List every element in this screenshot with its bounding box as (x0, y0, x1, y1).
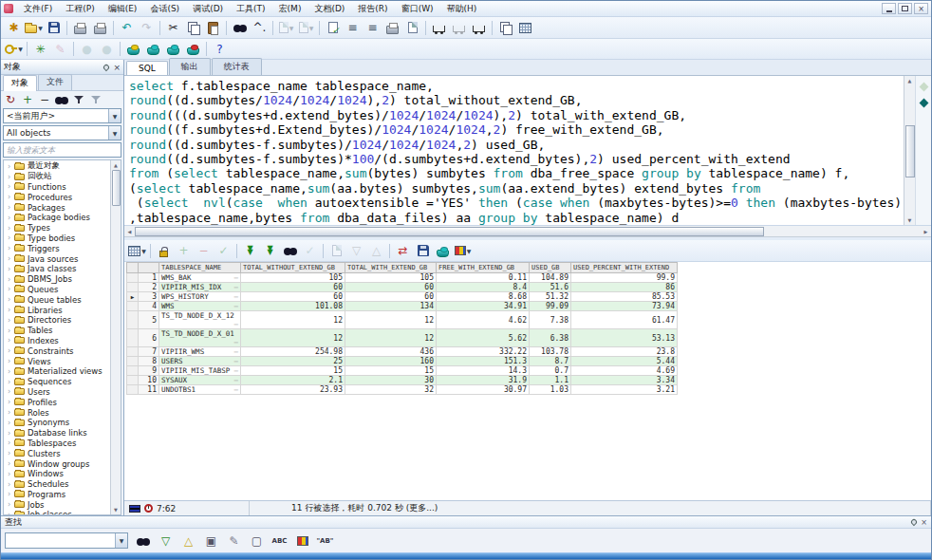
sidebar-item-clusters[interactable]: ›Clusters (4, 448, 110, 458)
chevron-down-icon[interactable]: ▼ (108, 126, 121, 140)
fetch-next-page-icon[interactable]: ▼▼ (240, 242, 260, 260)
configure-icon[interactable]: ✳ (30, 40, 50, 58)
report-format-icon[interactable]: ▼ (453, 242, 473, 260)
cell-overflow-icon[interactable]: – (233, 273, 238, 282)
redo-icon[interactable]: ↷ (137, 19, 157, 37)
sidebar-item-queue-tables[interactable]: ›Queue tables (4, 294, 110, 305)
scroll-down-icon[interactable]: ▼ (908, 215, 912, 225)
sort-ascending-icon[interactable]: △ (366, 242, 386, 260)
expand-chevron-icon[interactable]: › (8, 316, 14, 325)
sidebar-tab-files[interactable]: 文件 (38, 74, 72, 90)
expand-chevron-icon[interactable]: › (8, 439, 14, 447)
paste-icon[interactable] (203, 19, 223, 37)
cell-value[interactable]: 12 (345, 311, 437, 329)
undo-icon[interactable]: ↶ (117, 19, 137, 37)
edit-data-icon[interactable]: ✓ (300, 242, 320, 260)
cell-overflow-icon[interactable]: – (233, 347, 238, 356)
table-row[interactable]: 11UNDOTBS1–23.933230.971.033.21 (127, 385, 678, 395)
menu-item-debug[interactable]: 调试(D) (186, 2, 230, 16)
scroll-up-icon[interactable]: ▲ (114, 160, 118, 170)
edit-mark-icon[interactable]: ✎ (224, 532, 244, 550)
tab-sql[interactable]: SQL (126, 61, 168, 75)
replace-icon[interactable]: ^. (250, 19, 270, 37)
expand-chevron-icon[interactable]: › (8, 429, 14, 438)
sidebar-item-types[interactable]: ›Types (4, 223, 110, 233)
chevron-down-icon[interactable]: ▼ (108, 109, 121, 122)
cell-tablespace-name[interactable]: SYSAUX– (159, 376, 241, 385)
minimize-button[interactable] (882, 3, 896, 14)
export-results-icon[interactable] (326, 242, 346, 260)
cell-value[interactable]: 254.98 (241, 347, 345, 357)
sidebar-item-windows[interactable]: ›Windows (4, 469, 110, 479)
cell-overflow-icon[interactable]: – (233, 320, 238, 328)
sidebar-item-functions[interactable]: ›Functions (4, 182, 110, 193)
cell-value[interactable]: 53.13 (571, 329, 678, 347)
find-object-icon[interactable] (54, 92, 69, 106)
whole-word-icon[interactable]: "AB" (315, 532, 335, 550)
table-row[interactable]: 1WMS_BAK–1051050.11104.8999.9 (127, 273, 678, 283)
cell-value[interactable]: 3.34 (571, 376, 678, 385)
row-number[interactable]: 7 (139, 347, 159, 357)
cell-value[interactable]: 34.91 (437, 302, 530, 311)
cell-value[interactable]: 6.38 (530, 329, 571, 347)
expand-chevron-icon[interactable]: › (8, 162, 14, 171)
sidebar-item-tables[interactable]: ›Tables (4, 326, 110, 336)
expand-chevron-icon[interactable]: › (8, 275, 14, 284)
split-window-icon[interactable] (515, 19, 535, 37)
cell-value[interactable]: 160 (345, 357, 437, 366)
paste-template-icon[interactable]: ▼ (296, 19, 316, 37)
find-up-icon[interactable]: △ (178, 532, 198, 550)
cell-value[interactable]: 99.9 (571, 273, 678, 283)
expand-chevron-icon[interactable]: › (8, 459, 14, 468)
row-number[interactable]: 9 (139, 366, 159, 376)
cell-value[interactable]: 30 (345, 376, 437, 385)
copy-icon[interactable] (183, 19, 203, 37)
cell-value[interactable]: 104.89 (530, 273, 571, 283)
cell-value[interactable]: 25 (241, 357, 345, 366)
cell-tablespace-name[interactable]: VIPIIR_WMS– (159, 347, 241, 357)
expand-chevron-icon[interactable]: › (8, 327, 14, 335)
close-session-icon[interactable] (183, 40, 203, 58)
expand-chevron-icon[interactable]: › (8, 346, 14, 355)
report-window-disabled-icon[interactable] (449, 19, 469, 37)
cell-value[interactable]: 5.62 (437, 329, 530, 347)
cell-value[interactable]: 151.3 (437, 357, 530, 366)
sidebar-item-libraries[interactable]: ›Libraries (4, 305, 110, 315)
chevron-down-icon[interactable]: ▼ (38, 25, 43, 31)
cell-tablespace-name[interactable]: WPS_HISTORY– (159, 292, 241, 302)
highlight-icon[interactable] (292, 532, 312, 550)
cell-value[interactable]: 105 (241, 273, 345, 283)
cell-value[interactable]: 8.4 (437, 283, 530, 292)
cell-value[interactable]: 103.78 (530, 347, 571, 357)
scroll-thumb[interactable] (112, 170, 121, 206)
rollback-icon[interactable]: ● (97, 40, 117, 58)
row-number[interactable]: 1 (139, 273, 159, 283)
cell-overflow-icon[interactable]: – (233, 292, 238, 301)
menu-item-document[interactable]: 文档(D) (308, 2, 351, 16)
expand-chevron-icon[interactable]: › (8, 214, 14, 222)
export-session-icon[interactable] (433, 242, 453, 260)
cell-value[interactable]: 14.3 (437, 366, 530, 376)
cell-tablespace-name[interactable]: TS_TD_NODE_D_X_12– (159, 311, 241, 329)
expand-chevron-icon[interactable]: › (8, 265, 14, 273)
chevron-down-icon[interactable]: ▼ (289, 25, 294, 31)
sidebar-item-constraints[interactable]: ›Constraints (4, 345, 110, 356)
sidebar-item-package-bodies[interactable]: ›Package bodies (4, 213, 110, 223)
cell-value[interactable]: 8.68 (437, 292, 530, 302)
print-selection-icon[interactable] (382, 19, 402, 37)
lock-icon[interactable] (154, 242, 174, 260)
cell-value[interactable]: 30.97 (437, 385, 530, 395)
sidebar-item-profiles[interactable]: ›Profiles (4, 397, 110, 407)
cell-value[interactable]: 73.94 (571, 302, 678, 311)
row-number[interactable]: 6 (139, 329, 159, 347)
new-session-icon[interactable] (123, 40, 143, 58)
syntax-check-icon[interactable] (323, 19, 343, 37)
bookmark-dark-icon[interactable] (919, 99, 928, 108)
pin-icon[interactable] (103, 63, 110, 70)
sidebar-item-views[interactable]: ›Views (4, 356, 110, 366)
menu-item-project[interactable]: 工程(P) (59, 2, 101, 16)
sql-editor[interactable]: select f.tablespace_name tablespace_name… (124, 76, 904, 225)
expand-chevron-icon[interactable]: › (8, 233, 14, 242)
bookmark-light-icon[interactable] (919, 83, 928, 92)
chevron-down-icon[interactable]: ▼ (141, 248, 146, 254)
